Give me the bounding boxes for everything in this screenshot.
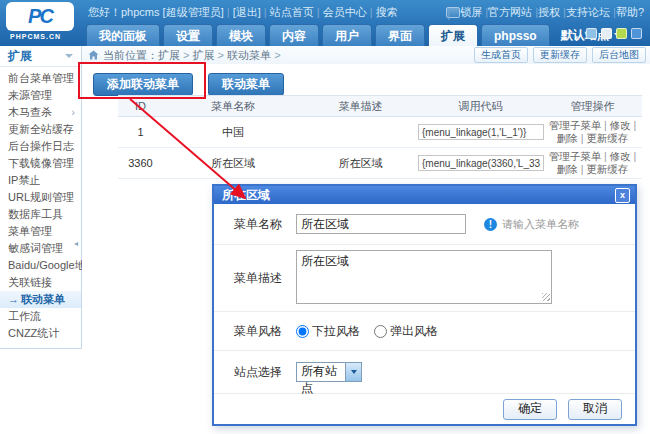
style-popup-radio[interactable] <box>374 325 387 338</box>
official-site-link[interactable]: 官方网站 <box>488 5 538 20</box>
lock-screen-link[interactable]: 锁屏 <box>460 5 488 20</box>
panel-blue-icon[interactable] <box>586 28 597 39</box>
site-home-link[interactable]: 站点首页 <box>270 6 323 18</box>
sidebar-collapse-handle[interactable]: ◂ <box>74 239 78 248</box>
cell-name: 所在区域 <box>163 156 303 171</box>
sidebar-item-admin-log[interactable]: 后台操作日志 <box>0 138 81 155</box>
sidebar-title-label: 扩展 <box>8 49 32 63</box>
edit-linkage-dialog: 所在区域 x 菜单名称 ! 请输入菜单名称 菜单描述 所在区域 菜单风格 下拉风… <box>212 184 637 426</box>
sidebar-item-download-mirror[interactable]: 下载镜像管理 <box>0 155 81 172</box>
logo-brand-text: PC <box>28 5 52 28</box>
breadcrumb-prefix: 当前位置： <box>103 48 158 63</box>
resize-grip-icon[interactable] <box>542 293 550 301</box>
close-icon[interactable]: x <box>615 188 630 203</box>
dialog-title: 所在区域 <box>222 188 270 202</box>
style-popup-option[interactable]: 弹出风格 <box>374 323 438 340</box>
quick-icons <box>586 28 642 39</box>
style-popup-label: 弹出风格 <box>390 323 438 340</box>
delete-link[interactable]: 删除 <box>557 132 587 144</box>
sidebar-item-workflow[interactable]: 工作流 <box>0 308 81 325</box>
edit-link[interactable]: 修改 <box>610 150 637 162</box>
delete-link[interactable]: 删除 <box>557 163 587 175</box>
sidebar-item-related-links[interactable]: 关联链接 <box>0 274 81 291</box>
menu-style-label: 菜单风格 <box>234 323 296 340</box>
sidebar-item-update-cache[interactable]: 更新全站缓存 <box>0 121 81 138</box>
cell-id: 1 <box>118 126 163 138</box>
panel-green-icon[interactable] <box>616 28 627 39</box>
cell-name: 中国 <box>163 125 303 140</box>
sidebar-item-source[interactable]: 来源管理 <box>0 87 81 104</box>
exclamation-icon: ! <box>484 218 497 231</box>
panel-gray-icon[interactable] <box>601 28 612 39</box>
tab-extensions[interactable]: 扩展 <box>428 24 478 46</box>
utility-links: 锁屏官方网站授权支持论坛帮助? <box>446 5 644 20</box>
license-link[interactable]: 授权 <box>538 5 566 20</box>
table-header-row: ID 菜单名称 菜单描述 调用代码 管理操作 <box>118 95 642 117</box>
search-link[interactable]: 搜索 <box>376 6 398 18</box>
main-nav-tabs: 我的面板 设置 模块 内容 用户 界面 扩展 phpsso 默认站点 <box>86 24 622 46</box>
linkage-menu-button[interactable]: 联动菜单 <box>208 73 284 96</box>
sidebar-menu: 前台菜单管理 来源管理 木马查杀 更新全站缓存 后台操作日志 下载镜像管理 IP… <box>0 70 81 342</box>
manage-submenu-link[interactable]: 管理子菜单 <box>549 150 610 162</box>
help-link[interactable]: 帮助? <box>616 5 644 20</box>
support-forum-link[interactable]: 支持论坛 <box>566 5 616 20</box>
code-input[interactable] <box>418 155 544 171</box>
breadcrumb-item-extension[interactable]: 扩展 <box>193 49 228 61</box>
manage-submenu-link[interactable]: 管理子菜单 <box>549 119 610 131</box>
toolbar: 添加联动菜单 联动菜单 <box>93 73 284 96</box>
dialog-footer: 确定 取消 <box>214 394 635 424</box>
sidebar-title[interactable]: 扩展 <box>0 46 81 67</box>
site-select-row: 站点选择 所有站点 <box>214 351 635 394</box>
breadcrumb-actions: 生成首页 更新缓存 后台地图 <box>474 47 650 63</box>
sidebar-item-menu-manage[interactable]: 菜单管理 <box>0 223 81 240</box>
tab-settings[interactable]: 设置 <box>163 24 213 46</box>
tab-my-panel[interactable]: 我的面板 <box>86 24 160 46</box>
menu-desc-row: 菜单描述 所在区域 <box>214 245 635 312</box>
home-icon <box>88 50 99 60</box>
sidebar-item-database-tools[interactable]: 数据库工具 <box>0 206 81 223</box>
menu-desc-textarea[interactable]: 所在区域 <box>296 250 552 304</box>
style-dropdown-option[interactable]: 下拉风格 <box>296 323 360 340</box>
code-input[interactable] <box>418 124 544 140</box>
column-header-code: 调用代码 <box>418 99 543 114</box>
edit-link[interactable]: 修改 <box>610 119 637 131</box>
refresh-cache-link[interactable]: 更新缓存 <box>586 163 628 175</box>
logo-site-text: PHPCMS.CN <box>10 33 61 40</box>
menu-name-input[interactable] <box>296 214 466 234</box>
sidebar-item-cnzz[interactable]: CNZZ统计 <box>0 325 81 342</box>
breadcrumb-item-linkage[interactable]: 联动菜单 <box>227 49 280 61</box>
sidebar-item-sensitive-words[interactable]: 敏感词管理 <box>0 240 81 257</box>
sidebar-item-sitemap[interactable]: Baidu/Google地图 <box>0 257 81 274</box>
tab-phpsso[interactable]: phpsso <box>481 24 550 46</box>
dropdown-arrow-icon[interactable] <box>345 363 361 381</box>
cell-code <box>418 124 543 140</box>
sidebar-item-ip-ban[interactable]: IP禁止 <box>0 172 81 189</box>
screen-lock-icon <box>446 7 460 18</box>
sidebar-item-url-rules[interactable]: URL规则管理 <box>0 189 81 206</box>
logout-link[interactable]: [退出] <box>233 6 270 18</box>
tab-content[interactable]: 内容 <box>269 24 319 46</box>
sidebar: 扩展 前台菜单管理 来源管理 木马查杀 更新全站缓存 后台操作日志 下载镜像管理… <box>0 46 82 349</box>
refresh-cache-link[interactable]: 更新缓存 <box>586 132 628 144</box>
tab-interface[interactable]: 界面 <box>375 24 425 46</box>
site-select-dropdown[interactable]: 所有站点 <box>296 362 362 382</box>
ok-button[interactable]: 确定 <box>503 399 557 420</box>
tab-users[interactable]: 用户 <box>322 24 372 46</box>
sidebar-item-linkage-menu[interactable]: 联动菜单 <box>0 291 81 308</box>
column-header-name: 菜单名称 <box>163 99 303 114</box>
update-cache-button[interactable]: 更新缓存 <box>533 47 587 63</box>
panel-edit-icon[interactable] <box>631 28 642 39</box>
sidebar-item-trojan-scan[interactable]: 木马查杀 <box>0 104 81 121</box>
phpcms-logo: PC <box>6 2 74 31</box>
linkage-menu-table: ID 菜单名称 菜单描述 调用代码 管理操作 1 中国 管理子菜单修改删除更新缓… <box>118 95 642 179</box>
column-header-id: ID <box>118 100 163 112</box>
cancel-button[interactable]: 取消 <box>568 399 622 420</box>
tab-modules[interactable]: 模块 <box>216 24 266 46</box>
generate-home-button[interactable]: 生成首页 <box>474 47 528 63</box>
admin-map-button[interactable]: 后台地图 <box>592 47 646 63</box>
sidebar-item-front-menu[interactable]: 前台菜单管理 <box>0 70 81 87</box>
member-center-link[interactable]: 会员中心 <box>323 6 376 18</box>
style-dropdown-radio[interactable] <box>296 325 309 338</box>
breadcrumb-item-module[interactable]: 扩展 <box>158 49 193 61</box>
add-linkage-menu-button[interactable]: 添加联动菜单 <box>93 73 193 96</box>
